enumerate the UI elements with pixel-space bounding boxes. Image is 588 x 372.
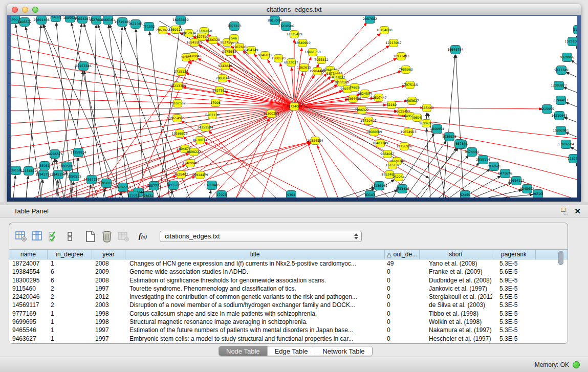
graph-edge[interactable]: [571, 60, 577, 64]
graph-node[interactable]: 1588520: [271, 55, 286, 62]
graph-node[interactable]: 18107552: [169, 100, 186, 107]
graph-edge[interactable]: [292, 68, 294, 106]
graph-node[interactable]: 17016504: [558, 140, 574, 149]
column-header-out_de[interactable]: △ out_de...: [385, 250, 420, 259]
graph-node[interactable]: 62160: [386, 101, 397, 109]
graph-edge[interactable]: [170, 190, 172, 198]
tab-network-table[interactable]: Network Table: [315, 346, 372, 356]
graph-node[interactable]: 8938923: [442, 133, 456, 141]
graph-node[interactable]: 16648784: [447, 46, 464, 54]
graph-node[interactable]: 8813054: [268, 16, 282, 25]
select-columns-icon[interactable]: [47, 230, 60, 243]
citation-graph[interactable]: 1965314055722069140626437110855281065328…: [11, 16, 577, 198]
graph-node[interactable]: 7955812: [314, 56, 329, 64]
graph-node[interactable]: 8215955: [540, 105, 554, 114]
graph-node[interactable]: 12093872: [551, 81, 567, 90]
graph-node[interactable]: 85081: [39, 162, 50, 170]
graph-edge[interactable]: [565, 102, 577, 107]
tab-node-table[interactable]: Node Table: [219, 346, 268, 356]
graph-node[interactable]: 264371: [50, 16, 62, 22]
graph-node[interactable]: 16033809: [172, 16, 189, 25]
graph-node[interactable]: 125013: [127, 191, 140, 198]
column-header-year[interactable]: year: [92, 250, 125, 259]
graph-node[interactable]: 9857771: [147, 182, 161, 190]
table-selector-dropdown[interactable]: citations_edges.txt: [160, 231, 362, 242]
scrollbar-thumb[interactable]: [558, 251, 563, 265]
graph-node[interactable]: 19654915: [169, 115, 185, 122]
graph-node[interactable]: 1250513: [67, 172, 81, 181]
graph-node[interactable]: 11156819: [20, 167, 37, 176]
graph-edge[interactable]: [205, 142, 318, 198]
graph-node[interactable]: 16210645: [551, 112, 568, 120]
graph-node[interactable]: 39159: [11, 166, 21, 175]
graph-node[interactable]: 12213967: [385, 39, 402, 47]
graph-edge[interactable]: [191, 59, 294, 106]
table-row[interactable]: 977716911998Corpus callosum shape and si…: [9, 310, 568, 318]
graph-node[interactable]: 19166825: [171, 130, 188, 138]
graph-node[interactable]: 1405572: [17, 18, 32, 27]
graph-node[interactable]: 2803144: [215, 75, 230, 82]
graph-node[interactable]: 9604: [413, 114, 422, 122]
graph-node[interactable]: 9364: [287, 191, 296, 198]
graph-edge[interactable]: [294, 106, 574, 198]
graph-node[interactable]: 12942757: [35, 170, 52, 179]
graph-node[interactable]: 7832621: [487, 162, 501, 171]
graph-node[interactable]: 17006: [210, 99, 221, 107]
graph-edge[interactable]: [565, 133, 577, 137]
graph-node[interactable]: 9671385: [128, 20, 143, 29]
network-canvas[interactable]: 1965314055722069140626437110855281065328…: [11, 16, 577, 198]
column-header-title[interactable]: title: [125, 250, 385, 259]
graph-edge[interactable]: [11, 59, 294, 106]
table-row[interactable]: 1830029562008Estimation of significance …: [9, 276, 568, 285]
graph-edge[interactable]: [149, 32, 169, 198]
memory-status-indicator[interactable]: [573, 361, 580, 368]
graph-node[interactable]: 1244413: [554, 96, 568, 105]
graph-node[interactable]: 10719185: [114, 18, 130, 27]
tab-edge-table[interactable]: Edge Table: [268, 346, 316, 356]
graph-node[interactable]: 9329966: [560, 53, 574, 62]
graph-edge[interactable]: [571, 147, 577, 151]
graph-edge[interactable]: [26, 176, 28, 198]
column-header-in_degree[interactable]: in_degree: [48, 250, 92, 259]
graph-node[interactable]: 8912934: [182, 30, 196, 37]
graph-node[interactable]: 15720407: [360, 117, 377, 125]
graph-node[interactable]: 7485063: [399, 66, 413, 74]
graph-node[interactable]: 252254: [393, 173, 405, 181]
graph-node[interactable]: 985577: [167, 181, 180, 190]
graph-edge[interactable]: [209, 190, 211, 198]
graph-node[interactable]: 20691406: [33, 16, 50, 25]
graph-node[interactable]: 17975115: [402, 81, 418, 89]
graph-node[interactable]: 15892901: [553, 126, 569, 135]
graph-edge[interactable]: [294, 48, 302, 106]
graph-node[interactable]: 16914479: [192, 171, 208, 179]
graph-node[interactable]: 16961758: [304, 49, 321, 56]
graph-node[interactable]: 16782759: [115, 183, 131, 192]
graph-edge[interactable]: [566, 72, 577, 77]
graph-node[interactable]: 2935114: [476, 156, 490, 164]
graph-node[interactable]: 15751074: [564, 37, 577, 46]
table-settings-icon[interactable]: [14, 230, 28, 243]
graph-edge[interactable]: [93, 25, 96, 198]
graph-edge[interactable]: [317, 145, 338, 198]
graph-node[interactable]: 20364436: [345, 95, 361, 103]
graph-node[interactable]: 9115460: [420, 104, 434, 112]
graph-node[interactable]: 9474444: [465, 148, 479, 157]
graph-node[interactable]: 16154838: [376, 27, 393, 34]
graph-node[interactable]: 1733426: [395, 185, 409, 193]
graph-node[interactable]: 751552: [143, 23, 155, 31]
table-row[interactable]: 946362711997Embryonic stem cells: a mode…: [9, 335, 568, 343]
graph-edge[interactable]: [294, 106, 328, 198]
graph-node[interactable]: 92450: [460, 191, 470, 198]
graph-node[interactable]: 93632: [143, 192, 154, 198]
graph-edge[interactable]: [11, 106, 294, 111]
graph-node[interactable]: 9245652: [520, 185, 534, 193]
graph-edge[interactable]: [563, 87, 577, 93]
row-height-icon[interactable]: [63, 230, 77, 243]
graph-node[interactable]: 20206576: [47, 150, 63, 159]
table-row[interactable]: 1938455462009Genome-wide association stu…: [9, 268, 568, 276]
table-row[interactable]: 911546021997Tourette syndrome. Phenomeno…: [9, 285, 568, 293]
graph-edge[interactable]: [294, 106, 512, 198]
graph-node[interactable]: 6678: [455, 140, 465, 148]
graph-node[interactable]: 17023: [216, 191, 227, 198]
graph-node[interactable]: 9463627: [405, 97, 419, 105]
